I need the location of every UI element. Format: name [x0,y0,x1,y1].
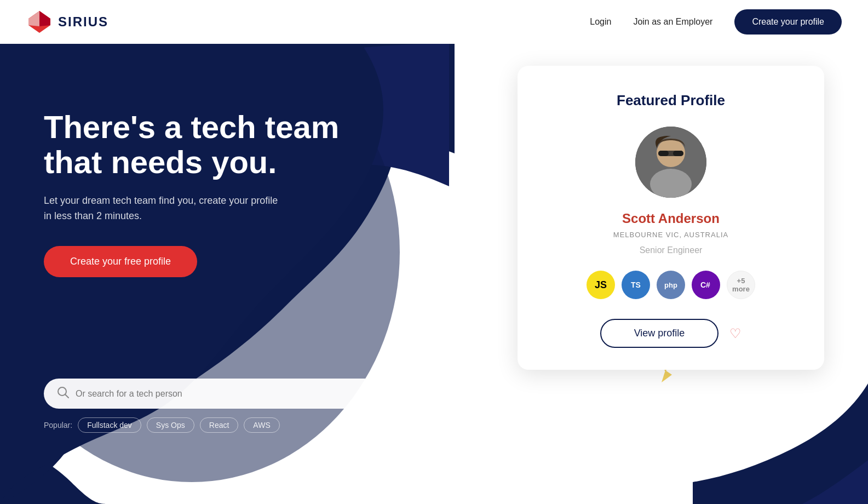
featured-profile-card: Featured Profile Scott Anderson MELBOURN… [518,66,824,370]
tech-icon-js: JS [587,271,615,299]
svg-line-19 [66,395,69,398]
tag-react[interactable]: React [200,417,239,433]
navbar: SIRIUS Login Join as an Employer Create … [0,0,868,44]
heart-icon[interactable]: ♡ [729,326,741,341]
card-actions: View profile ♡ [539,319,802,348]
popular-label: Popular: [44,421,72,429]
tag-fullstack[interactable]: Fullstack dev [78,417,141,433]
svg-point-12 [653,380,656,382]
svg-marker-2 [28,11,39,26]
sirius-logo-icon [26,9,53,35]
avatar-image [635,127,706,198]
tech-icon-ts: TS [622,271,650,299]
nav-links: Login Join as an Employer Create your pr… [590,9,842,35]
tag-sysops[interactable]: Sys Ops [147,417,194,433]
search-box [44,379,394,409]
view-profile-button[interactable]: View profile [600,319,719,348]
avatar [635,127,706,198]
tag-aws[interactable]: AWS [244,417,279,433]
create-profile-nav-button[interactable]: Create your profile [734,9,842,35]
featured-card-title: Featured Profile [539,92,802,109]
hero-section: There's a tech team that needs you. Let … [0,44,868,504]
tech-icons-row: JS TS php C# +5 more [539,271,802,299]
person-location: MELBOURNE VIC, AUSTRALIA [539,231,802,239]
create-free-profile-button[interactable]: Create your free profile [44,246,197,277]
search-input[interactable] [76,389,381,399]
tech-icon-php: php [657,271,685,299]
hero-content: There's a tech team that needs you. Let … [44,110,361,277]
logo-text: SIRIUS [58,14,108,30]
search-area: Popular: Fullstack dev Sys Ops React AWS [44,379,394,433]
popular-tags: Popular: Fullstack dev Sys Ops React AWS [44,417,394,433]
hero-subtext: Let your dream tech team find you, creat… [44,193,285,225]
login-link[interactable]: Login [590,17,611,27]
svg-text:C#: C# [700,280,710,289]
svg-marker-6 [662,370,672,382]
svg-marker-3 [39,11,50,26]
tech-icon-cs: C# [692,271,720,299]
employer-link[interactable]: Join as an Employer [633,17,712,27]
svg-point-13 [632,386,634,388]
person-name: Scott Anderson [539,211,802,226]
hero-headline: There's a tech team that needs you. [44,110,361,180]
svg-point-18 [58,387,66,396]
tech-icon-more: +5 more [727,271,755,299]
svg-rect-24 [658,151,669,156]
logo-area: SIRIUS [26,9,108,35]
svg-rect-25 [673,151,683,156]
search-icon [57,386,69,401]
person-role: Senior Engineer [539,245,802,255]
